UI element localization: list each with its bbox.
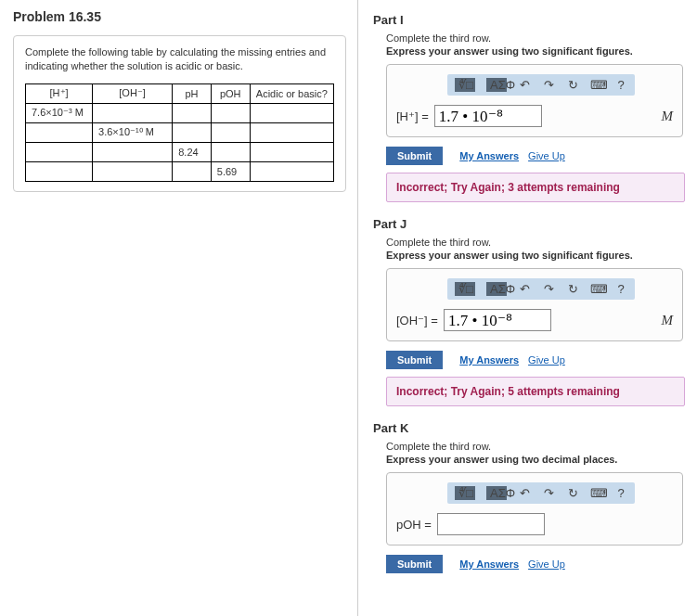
my-answers-link[interactable]: My Answers <box>459 558 519 570</box>
table-row: 7.6×10⁻³ M <box>26 103 334 122</box>
greek-icon[interactable]: ΑΣΦ <box>486 78 507 92</box>
give-up-link[interactable]: Give Up <box>528 354 565 366</box>
greek-icon[interactable]: ΑΣΦ <box>486 486 507 500</box>
part-sub: Complete the third row. <box>386 237 686 248</box>
answer-input[interactable] <box>444 309 551 331</box>
template-icon[interactable]: ∜□ <box>455 282 475 296</box>
help-icon[interactable]: ? <box>614 282 627 296</box>
col-ph: pH <box>173 83 212 103</box>
help-icon[interactable]: ? <box>614 486 627 500</box>
unit-label: M <box>662 109 674 124</box>
redo-icon[interactable]: ↷ <box>542 282 555 296</box>
undo-icon[interactable]: ↶ <box>518 282 531 296</box>
instruction-box: Complete the following table by calculat… <box>13 35 346 192</box>
problem-title: Problem 16.35 <box>13 9 346 24</box>
answer-box: ∜□ ΑΣΦ ↶ ↷ ↻ ⌨ ? [H⁺] = M <box>386 64 683 137</box>
table-row: 3.6×10⁻¹⁰ M <box>26 122 334 142</box>
feedback-box: Incorrect; Try Again; 5 attempts remaini… <box>386 377 685 406</box>
table-row: 8.24 <box>26 142 334 161</box>
part-title: Part K <box>373 421 686 435</box>
col-ab: Acidic or basic? <box>250 83 333 103</box>
col-h: [H⁺] <box>26 83 93 103</box>
part-sub: Complete the third row. <box>386 32 686 44</box>
feedback-box: Incorrect; Try Again; 3 attempts remaini… <box>386 173 685 202</box>
data-table: [H⁺] [OH⁻] pH pOH Acidic or basic? 7.6×1… <box>25 83 334 182</box>
table-row: 5.69 <box>26 161 334 181</box>
give-up-link[interactable]: Give Up <box>528 150 565 161</box>
var-label: [H⁺] = <box>396 109 429 123</box>
part-title: Part I <box>373 13 686 27</box>
greek-icon[interactable]: ΑΣΦ <box>486 282 507 296</box>
math-toolbar: ∜□ ΑΣΦ ↶ ↷ ↻ ⌨ ? <box>447 74 635 96</box>
answer-box: ∜□ ΑΣΦ ↶ ↷ ↻ ⌨ ? pOH = <box>386 472 683 545</box>
part-format: Express your answer using two significan… <box>386 45 686 57</box>
part-format: Express your answer using two decimal pl… <box>386 454 686 465</box>
undo-icon[interactable]: ↶ <box>518 486 531 500</box>
math-toolbar: ∜□ ΑΣΦ ↶ ↷ ↻ ⌨ ? <box>447 278 635 300</box>
submit-button[interactable]: Submit <box>386 351 443 369</box>
my-answers-link[interactable]: My Answers <box>459 354 519 366</box>
col-poh: pOH <box>211 83 250 103</box>
reset-icon[interactable]: ↻ <box>566 486 579 500</box>
redo-icon[interactable]: ↷ <box>542 78 555 92</box>
undo-icon[interactable]: ↶ <box>518 78 531 92</box>
redo-icon[interactable]: ↷ <box>542 486 555 500</box>
help-icon[interactable]: ? <box>614 78 627 92</box>
my-answers-link[interactable]: My Answers <box>459 150 519 161</box>
keyboard-icon[interactable]: ⌨ <box>590 78 603 92</box>
keyboard-icon[interactable]: ⌨ <box>590 282 603 296</box>
unit-label: M <box>662 313 674 328</box>
part-sub: Complete the third row. <box>386 441 686 452</box>
keyboard-icon[interactable]: ⌨ <box>590 486 603 500</box>
instructions: Complete the following table by calculat… <box>25 45 334 74</box>
submit-button[interactable]: Submit <box>386 555 443 573</box>
answer-panel: Part I Complete the third row. Express y… <box>358 0 697 616</box>
math-toolbar: ∜□ ΑΣΦ ↶ ↷ ↻ ⌨ ? <box>447 482 635 504</box>
col-oh: [OH⁻] <box>93 83 173 103</box>
give-up-link[interactable]: Give Up <box>528 558 565 570</box>
template-icon[interactable]: ∜□ <box>455 486 475 500</box>
part-format: Express your answer using two significan… <box>386 250 686 261</box>
var-label: [OH⁻] = <box>396 314 438 327</box>
submit-button[interactable]: Submit <box>386 147 443 165</box>
template-icon[interactable]: ∜□ <box>455 78 475 92</box>
answer-input[interactable] <box>434 105 542 127</box>
answer-box: ∜□ ΑΣΦ ↶ ↷ ↻ ⌨ ? [OH⁻] = M <box>386 268 683 341</box>
var-label: pOH = <box>396 518 432 532</box>
reset-icon[interactable]: ↻ <box>566 78 579 92</box>
part-title: Part J <box>373 217 686 231</box>
problem-panel: Problem 16.35 Complete the following tab… <box>0 0 358 616</box>
answer-input[interactable] <box>437 513 545 535</box>
reset-icon[interactable]: ↻ <box>566 282 579 296</box>
